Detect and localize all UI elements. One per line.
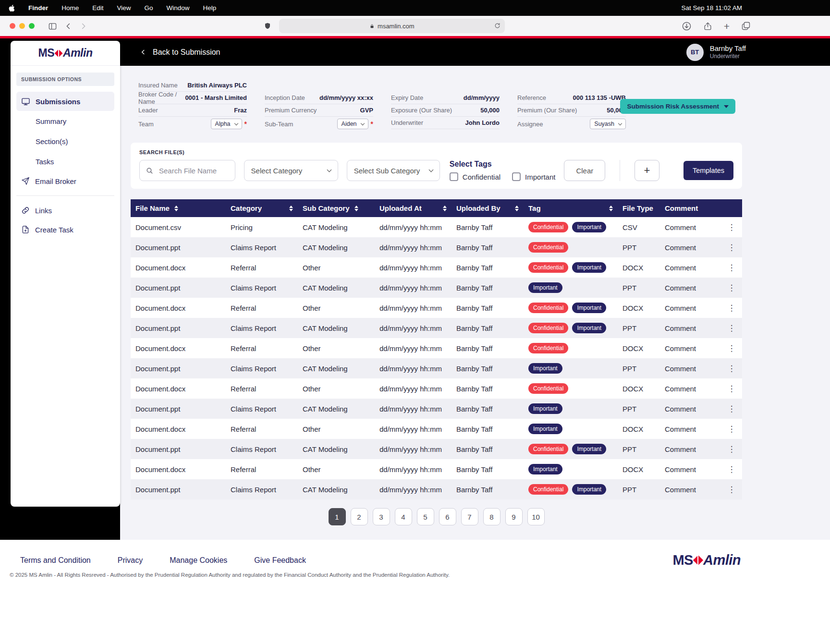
menubar-item-home[interactable]: Home [61, 4, 79, 12]
search-file-input[interactable] [158, 166, 229, 175]
sort-icon[interactable] [289, 206, 293, 211]
menubar-item-window[interactable]: Window [167, 4, 190, 12]
menubar-app-name[interactable]: Finder [28, 4, 48, 12]
page-button-5[interactable]: 5 [417, 508, 434, 525]
user-menu[interactable]: BT Barnby Taff Underwriter [686, 44, 746, 61]
column-header-tag[interactable]: Tag [524, 199, 618, 217]
page-button-4[interactable]: 4 [395, 508, 412, 525]
minimize-window-button[interactable] [19, 23, 25, 29]
page-button-1[interactable]: 1 [329, 508, 346, 525]
cell-uploaded-by: Barnby Taff [452, 338, 524, 358]
row-menu-icon[interactable]: ⋮ [728, 243, 736, 252]
new-tab-icon[interactable]: + [724, 21, 730, 31]
row-menu-icon[interactable]: ⋮ [728, 485, 736, 494]
sidebar-item-submissions[interactable]: Submissions [16, 92, 114, 111]
tag-checkbox-important[interactable]: Important [512, 172, 555, 181]
file-name-search[interactable] [139, 160, 235, 181]
cell-file-type: DOCX [618, 459, 660, 479]
column-header-uploaded-at[interactable]: Uploaded At [375, 199, 452, 217]
sidebar-item-links[interactable]: Links [16, 201, 114, 220]
column-header-uploaded-by[interactable]: Uploaded By [452, 199, 524, 217]
checkbox-icon[interactable] [512, 172, 521, 181]
cell-tags: Confidential [524, 237, 618, 257]
cell-sub-category: Other [298, 459, 375, 479]
sidebar-item-email-broker[interactable]: Email Broker [16, 171, 114, 191]
menubar-item-view[interactable]: View [117, 4, 131, 12]
page-button-8[interactable]: 8 [483, 508, 500, 525]
category-select[interactable]: Select Category [244, 160, 338, 181]
sort-icon[interactable] [174, 206, 178, 211]
row-menu-icon[interactable]: ⋮ [728, 425, 736, 434]
tag-badge-important: Important [528, 282, 562, 293]
back-to-submission-link[interactable]: Back to Submission [140, 48, 220, 57]
sidebar-toggle-icon[interactable] [48, 22, 57, 31]
close-window-button[interactable] [10, 23, 15, 29]
assignee-select[interactable]: Suyash [590, 119, 626, 129]
clear-button[interactable]: Clear [564, 160, 605, 181]
browser-forward-icon[interactable] [80, 22, 87, 30]
field-label: Insured Name [138, 82, 178, 89]
sub-category-select[interactable]: Select Sub Category [347, 160, 440, 181]
page-button-2[interactable]: 2 [351, 508, 368, 525]
browser-toolbar: msamlin.com + [0, 16, 830, 36]
row-menu-icon[interactable]: ⋮ [728, 465, 736, 474]
cell-comment: Comment [660, 439, 721, 459]
row-menu-icon[interactable]: ⋮ [728, 283, 736, 292]
menubar-item-edit[interactable]: Edit [92, 4, 103, 12]
page-button-9[interactable]: 9 [505, 508, 523, 525]
row-menu-icon[interactable]: ⋮ [728, 384, 736, 393]
footer-link-privacy[interactable]: Privacy [118, 556, 143, 565]
page-button-10[interactable]: 10 [527, 508, 545, 525]
share-icon[interactable] [703, 21, 712, 31]
row-menu-icon[interactable]: ⋮ [728, 445, 736, 454]
cell-category: Referral [226, 257, 298, 278]
row-menu-icon[interactable]: ⋮ [728, 263, 736, 272]
sidebar-item-create-task[interactable]: Create Task [16, 220, 114, 239]
sort-icon[interactable] [515, 206, 519, 211]
column-header-file-name[interactable]: File Name [131, 199, 226, 217]
privacy-shield-icon[interactable] [264, 22, 271, 30]
row-menu-icon[interactable]: ⋮ [728, 404, 736, 413]
row-menu-icon[interactable]: ⋮ [728, 223, 736, 232]
footer-link-terms-and-condition[interactable]: Terms and Condition [20, 556, 91, 565]
info-column-4: Reference000 113 135 -UWBPremium (Our Sh… [517, 92, 626, 131]
sidebar-item-tasks[interactable]: Tasks [16, 151, 114, 171]
tab-overview-icon[interactable] [741, 21, 751, 31]
menubar-item-help[interactable]: Help [203, 4, 217, 12]
zoom-window-button[interactable] [29, 23, 35, 29]
reload-icon[interactable] [494, 23, 500, 29]
cell-actions: ⋮ [721, 378, 742, 399]
sort-icon[interactable] [443, 206, 447, 211]
sort-icon[interactable] [354, 206, 358, 211]
submission-risk-assessment-button[interactable]: Submission Risk Assessment [620, 99, 735, 114]
browser-back-icon[interactable] [65, 22, 72, 30]
cell-category: Claims Report [226, 399, 298, 419]
sidebar-item-sections[interactable]: Section(s) [16, 131, 114, 151]
footer-link-give-feedback[interactable]: Give Feedback [254, 556, 306, 565]
row-menu-icon[interactable]: ⋮ [728, 344, 736, 353]
sub-team-select[interactable]: Aiden [337, 119, 368, 129]
checkbox-icon[interactable] [450, 172, 458, 181]
row-menu-icon[interactable]: ⋮ [728, 364, 736, 373]
footer-link-manage-cookies[interactable]: Manage Cookies [170, 556, 227, 565]
page-button-7[interactable]: 7 [461, 508, 478, 525]
row-menu-icon[interactable]: ⋮ [728, 324, 736, 333]
page-button-6[interactable]: 6 [439, 508, 456, 525]
menubar-item-go[interactable]: Go [145, 4, 153, 12]
sidebar-item-summary[interactable]: Summary [16, 111, 114, 131]
tag-checkbox-confidential[interactable]: Confidential [450, 172, 500, 181]
address-bar[interactable]: msamlin.com [279, 19, 505, 33]
column-header-sub-category[interactable]: Sub Category [298, 199, 375, 217]
sort-icon[interactable] [609, 206, 613, 211]
menubar-clock[interactable]: Sat Sep 18 11:02 AM [681, 4, 742, 12]
page-button-3[interactable]: 3 [373, 508, 390, 525]
templates-button[interactable]: Templates [684, 161, 733, 180]
cell-actions: ⋮ [721, 338, 742, 358]
add-file-button[interactable]: + [635, 160, 659, 181]
chevron-down-icon [618, 121, 622, 125]
apple-menu[interactable] [9, 4, 15, 12]
row-menu-icon[interactable]: ⋮ [728, 304, 736, 313]
team-select[interactable]: Alpha [211, 119, 242, 129]
downloads-icon[interactable] [682, 21, 692, 31]
column-header-category[interactable]: Category [226, 199, 298, 217]
